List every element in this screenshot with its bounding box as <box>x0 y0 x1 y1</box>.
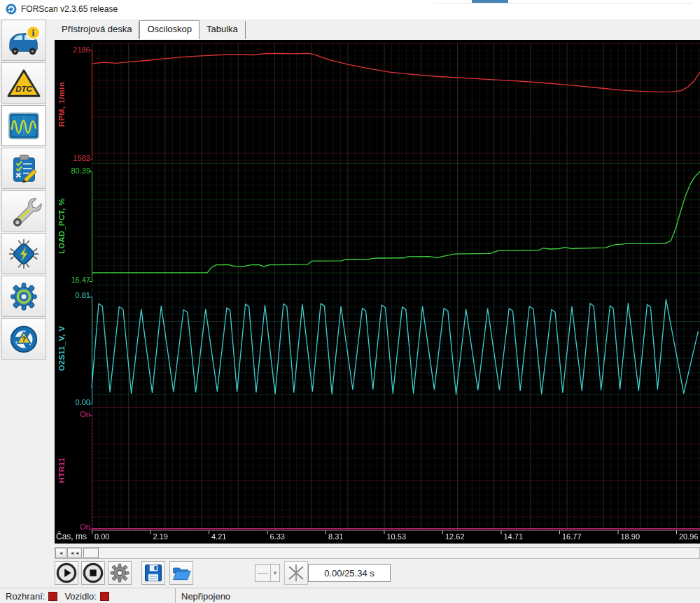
x-tick-label: 2.19 <box>153 532 168 541</box>
tab-bar: Přístrojová deska Osciloskop Tabulka <box>55 21 246 39</box>
dtc-icon: DTC <box>5 67 43 99</box>
vehicle-info-icon: i <box>5 24 43 57</box>
x-tick-label: 12.62 <box>445 532 465 541</box>
axis-min-label-htr: On <box>55 523 90 531</box>
tab-pristrojova-deska[interactable]: Přístrojová deska <box>55 21 139 39</box>
sidebar-item-service[interactable] <box>1 190 46 232</box>
chevron-down-icon: ▼ <box>270 565 279 581</box>
tests-icon <box>5 152 43 185</box>
x-tick-label: 0.00 <box>94 532 109 541</box>
x-tick-label: 4.21 <box>211 532 226 541</box>
channel-label-o2s: O2S11_V, V <box>57 296 67 401</box>
play-button[interactable] <box>55 561 78 585</box>
x-tick-label: 6.33 <box>270 532 285 541</box>
vehicle-indicator <box>100 592 109 601</box>
x-tick-label: 14.71 <box>504 532 524 541</box>
gear-icon <box>5 281 43 313</box>
sidebar-item-settings[interactable] <box>1 276 46 317</box>
svg-text:?: ? <box>22 335 26 343</box>
status-message-segment: Nepřipojeno <box>176 588 230 603</box>
markers-off-icon <box>286 563 306 583</box>
oscilloscope-panel: 2186 1582 80.39 16.47 0.81 0.00 On On RP… <box>55 40 700 544</box>
sidebar-item-vehicle-info[interactable]: i <box>1 20 46 61</box>
status-connection-text: Nepřipojeno <box>181 591 230 602</box>
forscan-logo-icon <box>6 3 17 15</box>
x-tick-label: 18.90 <box>621 532 640 541</box>
scroll-left-button[interactable]: ◄ <box>55 548 66 558</box>
hairline <box>434 3 693 3</box>
toolbar-gear-icon <box>109 562 130 583</box>
scroll-thumb[interactable] <box>83 548 99 558</box>
open-folder-icon <box>172 563 191 583</box>
marker-select[interactable]: ▼ <box>255 564 280 582</box>
svg-text:i: i <box>32 27 35 38</box>
status-bar: Rozhraní: Vozidlo: Nepřipojeno <box>0 588 700 603</box>
svg-text:DTC: DTC <box>15 85 32 93</box>
save-button[interactable] <box>141 561 165 585</box>
status-interface-label: Rozhraní: <box>6 591 45 602</box>
chip-icon <box>5 238 43 270</box>
sidebar-item-help[interactable]: ? <box>1 318 46 360</box>
sidebar: i DTC <box>0 19 50 603</box>
help-icon: ? <box>5 323 43 355</box>
sidebar-item-dtc[interactable]: DTC <box>1 62 46 104</box>
sidebar-item-oscilloscope[interactable] <box>1 105 46 146</box>
scroll-fast-left-button[interactable]: ◄◄ <box>67 548 82 558</box>
stop-icon <box>83 562 104 583</box>
tab-osciloskop[interactable]: Osciloskop <box>139 20 200 39</box>
scope-settings-button[interactable] <box>108 561 132 585</box>
channel-label-htr: HTR11 <box>57 418 67 523</box>
channel-label-load: LOAD_PCT, % <box>57 173 67 278</box>
x-tick-label: 8.31 <box>328 532 343 541</box>
status-connection-segment: Rozhraní: Vozidlo: <box>0 588 176 603</box>
play-icon <box>56 562 77 583</box>
x-axis-row: Čas, ms 0.002.194.216.338.3110.5312.6214… <box>55 532 700 543</box>
x-tick-label: 16.77 <box>562 532 582 541</box>
app-title: FORScan v2.3.65 release <box>21 4 118 14</box>
timeline-scrollbar[interactable]: ◄ ◄◄ <box>55 547 700 559</box>
interface-indicator <box>48 592 57 601</box>
stop-button[interactable] <box>81 561 105 585</box>
x-axis-label: Čas, ms <box>56 532 87 541</box>
service-wrench-icon <box>5 195 43 227</box>
x-tick-label: 10.53 <box>387 532 407 541</box>
oscilloscope-icon <box>5 110 43 142</box>
status-vehicle-label: Vozidlo: <box>64 591 97 602</box>
save-icon <box>144 563 163 583</box>
tab-tabulka[interactable]: Tabulka <box>200 21 246 39</box>
channel-label-rpm: RPM, 1/min <box>57 52 67 157</box>
markers-off-button[interactable] <box>284 561 308 585</box>
time-display: 0.00/25.34 s <box>308 564 391 582</box>
oscilloscope-canvas <box>55 40 700 544</box>
open-button[interactable] <box>169 561 193 585</box>
x-tick-label: 20.96 <box>679 532 699 541</box>
sidebar-item-configuration[interactable] <box>1 233 46 274</box>
marker-select-empty <box>258 573 268 574</box>
sidebar-item-tests[interactable] <box>1 148 46 189</box>
transport-toolbar: ▼ 0.00/25.34 s <box>55 561 700 587</box>
